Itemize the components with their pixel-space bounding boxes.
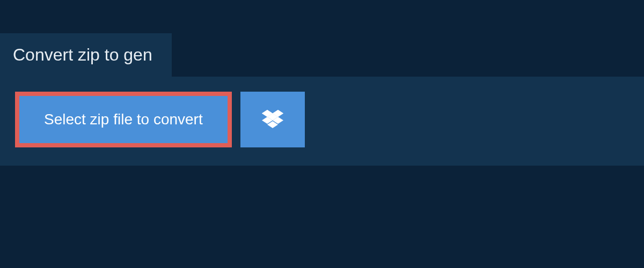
dropbox-icon: [262, 110, 283, 129]
dropbox-button[interactable]: [240, 92, 305, 147]
page-title: Convert zip to gen: [13, 45, 152, 65]
button-row: Select zip file to convert: [15, 92, 629, 147]
select-file-button[interactable]: Select zip file to convert: [15, 92, 232, 147]
upload-panel: Select zip file to convert: [0, 77, 644, 166]
tab-header: Convert zip to gen: [0, 33, 172, 77]
select-file-label: Select zip file to convert: [44, 111, 203, 128]
